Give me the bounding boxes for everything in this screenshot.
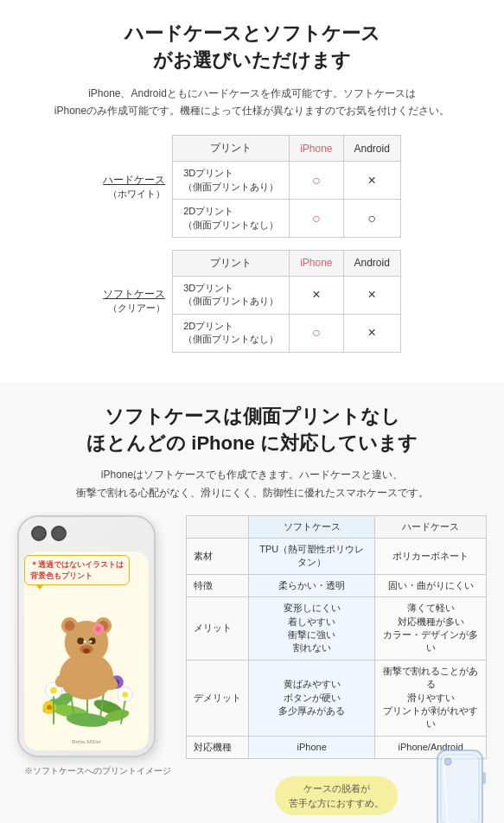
col-android-1: Android: [343, 136, 400, 162]
hard-2d-android: ○: [343, 200, 400, 238]
col-soft: ソフトケース: [249, 516, 375, 539]
col-print-2: プリント: [173, 250, 290, 276]
soft-3d-android: ×: [343, 276, 400, 314]
soft-case-label-sub: （クリアー）: [108, 302, 165, 315]
col-print: プリント: [173, 136, 290, 162]
hard-case-label: ハードケース （ホワイト）: [103, 135, 172, 238]
hard-case-table: プリント iPhone Android 3Dプリント（側面プリントあり） ○ ×…: [172, 135, 401, 238]
comparison-table: ソフトケース ハードケース 素材 TPU（熱可塑性ポリウレタン） ポリカーボネー…: [186, 515, 487, 759]
row-material-soft: TPU（熱可塑性ポリウレタン）: [249, 539, 375, 575]
col-empty: [187, 516, 249, 539]
hard-3d-iphone: ○: [290, 162, 343, 200]
svg-point-31: [77, 637, 84, 644]
row-compat-soft: iPhone: [249, 736, 375, 758]
row-compat-label: 対応機種: [187, 736, 249, 758]
svg-point-28: [65, 621, 75, 631]
row-material-hard: ポリカーボネート: [375, 539, 487, 575]
row-merit-label: メリット: [187, 597, 249, 660]
phone-side: ＊透過ではないイラストは背景色もプリント: [17, 515, 177, 777]
soft-case-label-main: ソフトケース: [103, 287, 165, 302]
print-label-3d-soft: 3Dプリント（側面プリントあり）: [173, 276, 290, 314]
table-row: 素材 TPU（熱可塑性ポリウレタン） ポリカーボネート: [187, 539, 487, 575]
hard-case-label-main: ハードケース: [103, 173, 165, 188]
svg-point-34: [83, 648, 90, 654]
section2-title: ソフトケースは側面プリントなしほとんどの iPhone に対応しています: [17, 403, 487, 458]
svg-point-9: [122, 692, 128, 698]
section1-subtitle: iPhone、Androidともにハードケースを作成可能です。ソフトケースはiP…: [17, 85, 487, 120]
clear-case-illustration: [431, 746, 491, 823]
row-demerit-label: デメリット: [187, 660, 249, 736]
table-row: 特徴 柔らかい・透明 固い・曲がりにくい: [187, 574, 487, 597]
col-android-2: Android: [343, 250, 400, 276]
annotation-bubble: ＊透過ではないイラストは背景色もプリント: [24, 555, 130, 585]
section2: ソフトケースは側面プリントなしほとんどの iPhone に対応しています iPh…: [0, 382, 504, 824]
svg-point-44: [444, 758, 451, 765]
table-row: 3Dプリント（側面プリントあり） ○ ×: [173, 162, 401, 200]
hard-case-table-wrapper: ハードケース （ホワイト） プリント iPhone Android 3Dプリント…: [17, 135, 487, 238]
print-label-2d-soft: 2Dプリント（側面プリントなし）: [173, 314, 290, 352]
row-demerit-soft: 黄ばみやすいボタンが硬い多少厚みがある: [249, 660, 375, 736]
col-hard: ハードケース: [375, 516, 487, 539]
table-row: 3Dプリント（側面プリントあり） × ×: [173, 276, 401, 314]
svg-text:Britta Miller: Britta Miller: [72, 738, 102, 744]
hard-case-label-sub: （ホワイト）: [108, 188, 165, 201]
table-row: 2Dプリント（側面プリントなし） ○ ○: [173, 200, 401, 238]
phone-camera: [31, 526, 67, 541]
col-iphone-1: iPhone: [290, 136, 343, 162]
tip-bubble: ケースの脱着が苦手な方におすすめ。: [275, 776, 398, 815]
row-feature-label: 特徴: [187, 574, 249, 597]
table-row: デメリット 黄ばみやすいボタンが硬い多少厚みがある 衝撃で割れることがある滑りや…: [187, 660, 487, 736]
hard-3d-android: ×: [343, 162, 400, 200]
section2-subtitle: iPhoneはソフトケースでも作成できます。ハードケースと違い、衝撃で割れる心配…: [17, 466, 487, 501]
comp-table-side: ソフトケース ハードケース 素材 TPU（熱可塑性ポリウレタン） ポリカーボネー…: [186, 515, 487, 815]
row-demerit-hard: 衝撃で割れることがある滑りやすいプリントが剥がれやすい: [375, 660, 487, 736]
table-row: 2Dプリント（側面プリントなし） ○ ×: [173, 314, 401, 352]
camera-lens-1: [31, 526, 47, 541]
phone-mockup: Britta Miller: [17, 515, 156, 757]
soft-case-table: プリント iPhone Android 3Dプリント（側面プリントあり） × ×…: [172, 250, 401, 353]
svg-point-36: [89, 641, 92, 643]
row-feature-soft: 柔らかい・透明: [249, 574, 375, 597]
soft-case-table-wrapper: ソフトケース （クリアー） プリント iPhone Android 3Dプリント…: [17, 250, 487, 353]
row-feature-hard: 固い・曲がりにくい: [375, 574, 487, 597]
svg-rect-45: [482, 772, 486, 784]
svg-point-17: [47, 705, 52, 710]
hard-2d-iphone: ○: [290, 200, 343, 238]
svg-point-35: [84, 641, 86, 643]
section1: ハードケースとソフトケースがお選びいただけます iPhone、Androidとも…: [0, 0, 504, 382]
svg-point-7: [50, 687, 57, 694]
phone-caption: ※ソフトケースへのプリントイメージ: [17, 765, 177, 777]
soft-2d-android: ×: [343, 314, 400, 352]
soft-case-label: ソフトケース （クリアー）: [103, 250, 172, 353]
camera-lens-2: [51, 526, 67, 541]
section1-title: ハードケースとソフトケースがお選びいただけます: [17, 21, 487, 74]
print-label-3d: 3Dプリント（側面プリントあり）: [173, 162, 290, 200]
print-label-2d: 2Dプリント（側面プリントなし）: [173, 200, 290, 238]
svg-point-38: [96, 627, 101, 632]
row-merit-soft: 変形しにくい着しやすい衝撃に強い割れない: [249, 597, 375, 660]
comparison-area: ＊透過ではないイラストは背景色もプリント: [17, 515, 487, 815]
col-iphone-2: iPhone: [290, 250, 343, 276]
table-row: メリット 変形しにくい着しやすい衝撃に強い割れない 薄くて軽い対応機種が多いカラ…: [187, 597, 487, 660]
soft-3d-iphone: ×: [290, 276, 343, 314]
row-merit-hard: 薄くて軽い対応機種が多いカラー・デザインが多い: [375, 597, 487, 660]
soft-2d-iphone: ○: [290, 314, 343, 352]
row-material-label: 素材: [187, 539, 249, 575]
